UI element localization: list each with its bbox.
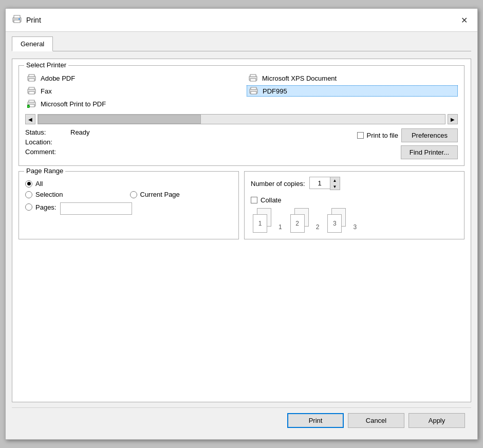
page-num-3: 3 bbox=[353, 223, 357, 231]
status-value: Ready bbox=[70, 128, 90, 136]
printer-icon-ms-print-pdf: ✓ bbox=[27, 100, 38, 108]
svg-rect-2 bbox=[14, 20, 20, 23]
status-key: Status: bbox=[25, 128, 66, 136]
svg-rect-3 bbox=[18, 18, 20, 20]
svg-rect-8 bbox=[250, 74, 256, 77]
radio-grid: Selection Current Page bbox=[25, 191, 232, 201]
printer-icon-microsoft-xps bbox=[249, 74, 259, 82]
collate-checkbox[interactable] bbox=[251, 197, 257, 203]
collate-row: Collate bbox=[251, 196, 458, 204]
copies-row: Number of copies: ▲ ▼ bbox=[251, 177, 458, 190]
svg-rect-5 bbox=[29, 74, 34, 77]
all-label: All bbox=[35, 180, 43, 188]
all-radio[interactable] bbox=[25, 180, 32, 188]
pages-radio-item[interactable]: Pages: bbox=[25, 203, 56, 211]
copies-input[interactable] bbox=[309, 177, 330, 189]
number-of-copies-label: Number of copies: bbox=[251, 180, 305, 188]
dialog-footer: Print Cancel Apply bbox=[12, 407, 471, 433]
collate-page-stack-3: 3 bbox=[325, 208, 348, 233]
collate-icons: 1 1 2 2 3 bbox=[251, 208, 458, 233]
selection-label: Selection bbox=[35, 191, 63, 198]
select-printer-section: Select Printer Adobe PDF bbox=[18, 65, 465, 166]
all-radio-item[interactable]: All bbox=[25, 180, 232, 188]
svg-rect-1 bbox=[14, 15, 20, 18]
dialog-title: Print bbox=[26, 16, 457, 24]
page-front-1: 1 bbox=[253, 214, 267, 233]
scroll-right-btn[interactable]: ▶ bbox=[448, 114, 458, 124]
printer-item-fax[interactable]: Fax bbox=[25, 85, 236, 97]
svg-rect-9 bbox=[250, 79, 256, 81]
printer-icon-pdf995 bbox=[249, 87, 259, 95]
printer-item-microsoft-xps[interactable]: Microsoft XPS Document bbox=[247, 73, 458, 83]
printer-label-pdf995: PDF995 bbox=[263, 87, 287, 95]
page-range-section: Page Range All Selection bbox=[18, 171, 239, 239]
svg-rect-17 bbox=[29, 100, 34, 102]
tab-bar: General bbox=[12, 36, 471, 51]
page-num-1: 1 bbox=[278, 223, 282, 231]
page-num-2: 2 bbox=[316, 223, 320, 231]
apply-button[interactable]: Apply bbox=[408, 413, 465, 428]
scroll-thumb bbox=[38, 115, 201, 124]
collate-page-stack-1: 1 bbox=[251, 208, 273, 233]
pages-label: Pages: bbox=[35, 203, 56, 211]
print-button[interactable]: Print bbox=[287, 413, 344, 428]
printer-label-ms-print-pdf: Microsoft Print to PDF bbox=[41, 100, 106, 108]
page-front-3: 3 bbox=[327, 214, 342, 233]
find-printer-button[interactable]: Find Printer... bbox=[401, 145, 458, 159]
copies-spinner: ▲ ▼ bbox=[309, 177, 340, 190]
spinner-buttons: ▲ ▼ bbox=[330, 177, 340, 190]
print-to-file-label: Print to file bbox=[367, 132, 398, 139]
svg-rect-6 bbox=[29, 79, 34, 81]
print-to-file-row: Print to file Preferences bbox=[357, 128, 458, 142]
current-page-label: Current Page bbox=[140, 191, 180, 198]
dialog-content: General Select Printer Adobe PDF bbox=[6, 32, 477, 439]
printer-label-fax: Fax bbox=[41, 87, 52, 95]
comment-row: Comment: bbox=[25, 148, 90, 156]
status-right: Print to file Preferences Find Printer..… bbox=[357, 128, 458, 159]
printer-item-ms-print-pdf[interactable]: ✓ Microsoft Print to PDF bbox=[25, 99, 236, 109]
printer-item-pdf995[interactable]: PDF995 bbox=[247, 85, 458, 97]
svg-rect-14 bbox=[251, 87, 256, 89]
svg-text:✓: ✓ bbox=[28, 105, 30, 108]
tab-general[interactable]: General bbox=[12, 36, 53, 51]
scrollbar: ◀ ▶ bbox=[25, 114, 458, 124]
scroll-left-btn[interactable]: ◀ bbox=[25, 114, 35, 124]
location-row: Location: bbox=[25, 138, 90, 146]
page-front-2: 2 bbox=[290, 214, 305, 233]
spinner-down-btn[interactable]: ▼ bbox=[330, 183, 340, 190]
collate-label: Collate bbox=[261, 196, 281, 204]
collate-section: Collate 1 1 2 bbox=[251, 196, 458, 233]
close-button[interactable]: ✕ bbox=[457, 13, 471, 27]
svg-rect-11 bbox=[29, 87, 34, 89]
spinner-up-btn[interactable]: ▲ bbox=[330, 177, 340, 183]
print-to-file-checkbox[interactable] bbox=[357, 132, 364, 139]
selection-radio[interactable] bbox=[25, 191, 32, 198]
select-printer-label: Select Printer bbox=[24, 61, 68, 69]
cancel-button[interactable]: Cancel bbox=[348, 413, 404, 428]
main-area: Select Printer Adobe PDF bbox=[12, 59, 471, 402]
selection-radio-item[interactable]: Selection bbox=[25, 191, 128, 198]
svg-rect-12 bbox=[29, 91, 34, 94]
copies-section: Number of copies: ▲ ▼ Collate bbox=[244, 171, 465, 239]
pages-row: Pages: bbox=[25, 202, 232, 215]
printer-label-adobe-pdf: Adobe PDF bbox=[41, 74, 75, 82]
printer-icon-adobe-pdf bbox=[27, 74, 38, 82]
printer-grid: Adobe PDF Microsoft XPS Document bbox=[25, 73, 458, 109]
printer-icon-fax bbox=[27, 87, 38, 95]
printer-item-adobe-pdf[interactable]: Adobe PDF bbox=[25, 73, 236, 83]
status-section: Status: Ready Location: Comment: bbox=[25, 128, 458, 159]
pages-radio[interactable] bbox=[25, 203, 32, 211]
preferences-button[interactable]: Preferences bbox=[401, 128, 458, 142]
collate-page-stack-2: 2 bbox=[288, 208, 311, 233]
current-page-radio[interactable] bbox=[130, 191, 137, 198]
print-dialog: Print ✕ General Select Printer bbox=[5, 8, 478, 440]
scroll-track[interactable] bbox=[38, 114, 445, 124]
status-row: Status: Ready bbox=[25, 128, 90, 136]
status-left: Status: Ready Location: Comment: bbox=[25, 128, 90, 156]
current-page-radio-item[interactable]: Current Page bbox=[130, 191, 233, 198]
svg-rect-15 bbox=[251, 91, 256, 94]
pages-input[interactable] bbox=[60, 202, 132, 215]
location-key: Location: bbox=[25, 138, 66, 146]
printer-label-microsoft-xps: Microsoft XPS Document bbox=[262, 74, 337, 82]
comment-key: Comment: bbox=[25, 148, 66, 156]
